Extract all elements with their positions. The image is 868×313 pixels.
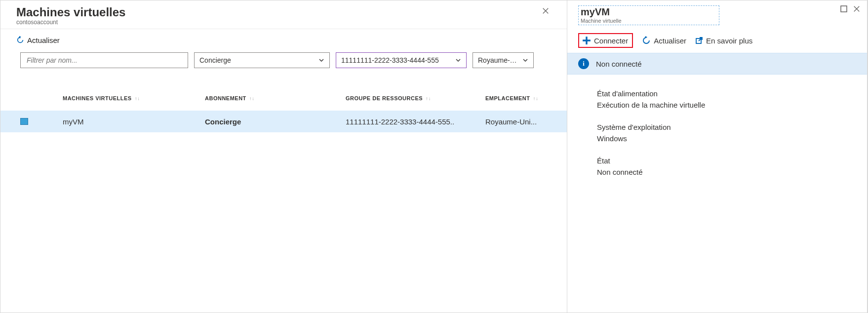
right-header: myVM Machine virtuelle bbox=[567, 0, 867, 29]
right-titles: myVM Machine virtuelle bbox=[578, 5, 719, 25]
power-state-value: Exécution de la machine virtuelle bbox=[597, 101, 855, 109]
chevron-down-icon bbox=[455, 57, 461, 63]
vm-icon bbox=[20, 118, 28, 125]
filter-name-field[interactable] bbox=[26, 56, 183, 65]
sort-icon: ↑↓ bbox=[249, 96, 255, 101]
learn-more-label: En savoir plus bbox=[706, 37, 752, 45]
refresh-button[interactable]: Actualiser bbox=[16, 36, 60, 44]
left-header: Machines virtuelles contosoaccount bbox=[0, 0, 567, 29]
vm-row-location: Royaume-Uni... bbox=[485, 117, 559, 126]
page-title: Machines virtuelles bbox=[16, 5, 125, 20]
state-label: État bbox=[597, 156, 855, 165]
filters-row: Concierge 11111111-2222-3333-4444-555 Ro… bbox=[0, 52, 567, 71]
external-link-icon bbox=[695, 37, 703, 44]
table-header: MACHINES VIRTUELLES ↑↓ ABONNEMENT ↑↓ GRO… bbox=[0, 86, 567, 111]
filter-location-value: Royaume-U... bbox=[478, 56, 519, 64]
learn-more-button[interactable]: En savoir plus bbox=[695, 37, 752, 45]
connect-button[interactable]: Connecter bbox=[578, 33, 633, 48]
left-titles: Machines virtuelles contosoaccount bbox=[16, 5, 125, 26]
detail-refresh-label: Actualiser bbox=[654, 37, 686, 45]
power-state-label: État d'alimentation bbox=[597, 89, 855, 98]
state-value: Non connecté bbox=[597, 168, 855, 176]
chevron-down-icon bbox=[318, 57, 324, 63]
filter-subscription-select[interactable]: 11111111-2222-3333-4444-555 bbox=[336, 52, 467, 68]
sort-icon: ↑↓ bbox=[135, 96, 140, 101]
close-icon[interactable] bbox=[853, 5, 860, 12]
detail-properties: État d'alimentation Exécution de la mach… bbox=[567, 75, 867, 190]
maximize-icon[interactable] bbox=[840, 5, 847, 12]
refresh-label: Actualiser bbox=[27, 36, 60, 44]
filter-resourcegroup-value: Concierge bbox=[199, 56, 316, 64]
vm-row-subscription: Concierge bbox=[205, 117, 346, 126]
sort-icon: ↑↓ bbox=[533, 96, 538, 101]
connect-label: Connecter bbox=[594, 37, 628, 45]
chevron-down-icon bbox=[522, 57, 528, 63]
left-toolbar: Actualiser bbox=[0, 29, 567, 53]
os-label: Système d'exploitation bbox=[597, 123, 855, 131]
col-subscription[interactable]: ABONNEMENT ↑↓ bbox=[205, 95, 346, 101]
col-resourcegroup[interactable]: GROUPE DE RESSOURCES ↑↓ bbox=[346, 95, 485, 101]
refresh-icon bbox=[642, 36, 651, 45]
vm-row-resourcegroup: 11111111-2222-3333-4444-555.. bbox=[346, 117, 485, 126]
filter-resourcegroup-select[interactable]: Concierge bbox=[194, 52, 330, 68]
status-text: Non connecté bbox=[596, 60, 642, 68]
plus-icon bbox=[582, 36, 591, 45]
detail-subtitle: Machine virtuelle bbox=[581, 18, 716, 24]
info-icon: i bbox=[578, 58, 589, 69]
detail-refresh-button[interactable]: Actualiser bbox=[642, 36, 686, 45]
table-row[interactable]: myVM Concierge 11111111-2222-3333-4444-5… bbox=[0, 111, 567, 132]
sort-icon: ↑↓ bbox=[426, 96, 431, 101]
svg-rect-1 bbox=[841, 6, 847, 12]
refresh-icon bbox=[16, 36, 24, 44]
detail-toolbar: Connecter Actualiser En savoir plus bbox=[567, 29, 867, 53]
close-icon[interactable] bbox=[540, 5, 551, 16]
filter-subscription-value: 11111111-2222-3333-4444-555 bbox=[341, 56, 452, 64]
vm-detail-pane: myVM Machine virtuelle Connecter bbox=[567, 0, 868, 313]
virtual-machines-pane: Machines virtuelles contosoaccount Actua… bbox=[0, 0, 567, 313]
page-subtitle: contosoaccount bbox=[16, 19, 125, 26]
right-window-controls bbox=[840, 5, 860, 12]
status-bar: i Non connecté bbox=[567, 53, 867, 75]
col-vm[interactable]: MACHINES VIRTUELLES ↑↓ bbox=[63, 95, 205, 101]
vm-row-icon bbox=[20, 118, 63, 125]
detail-title: myVM bbox=[581, 6, 716, 18]
os-value: Windows bbox=[597, 134, 855, 143]
col-location[interactable]: EMPLACEMENT ↑↓ bbox=[485, 95, 559, 101]
filter-location-select[interactable]: Royaume-U... bbox=[473, 52, 534, 68]
vm-row-name: myVM bbox=[63, 117, 205, 126]
filter-name-input[interactable] bbox=[20, 52, 188, 68]
vm-table: MACHINES VIRTUELLES ↑↓ ABONNEMENT ↑↓ GRO… bbox=[0, 86, 567, 132]
